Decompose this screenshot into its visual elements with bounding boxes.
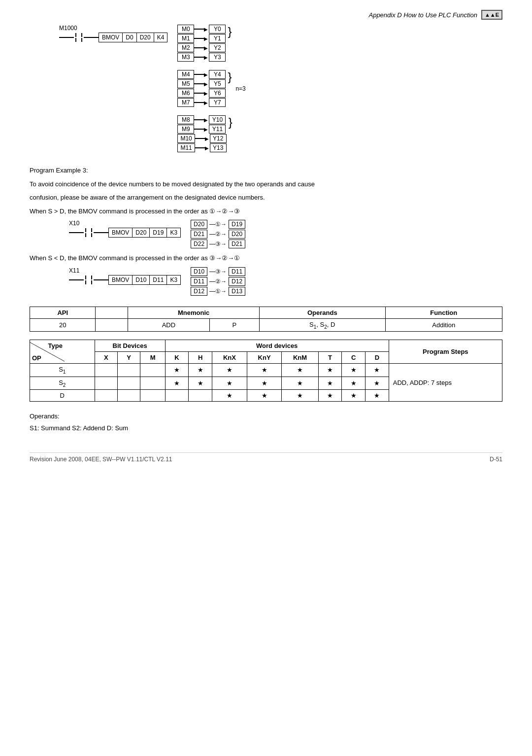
sep-col-header <box>96 307 128 318</box>
case2-rail: BMOV D10 D11 K3 <box>69 275 181 285</box>
program-steps-header: Program Steps <box>389 340 502 364</box>
output-row: M8Y10 <box>177 115 226 124</box>
op-d-label: D <box>30 390 95 402</box>
contact-lines <box>74 33 84 42</box>
d-x <box>95 390 117 402</box>
src-col-1: M4Y4 M5Y5 M6Y6 M7Y7 <box>177 70 226 107</box>
case1-outputs: D20 —①→ D19 D21 —②→ D20 D22 —③→ D21 <box>191 220 245 249</box>
output-row: M7Y7 <box>177 98 226 107</box>
program-example-3: Program Example 3: To avoid coincidence … <box>30 166 502 297</box>
page-footer: Revision June 2008, 04EE, SW--PW V1.11/C… <box>30 452 502 463</box>
s1-c: ★ <box>342 364 366 377</box>
output-group-1: M4Y4 M5Y5 M6Y6 M7Y7 } n=3 <box>177 70 245 107</box>
output-row: M2Y2 <box>177 43 226 52</box>
bit-col-x: X <box>95 352 117 364</box>
d-kny: ★ <box>247 390 282 402</box>
s1-knm: ★ <box>282 364 318 377</box>
program-example-text1: To avoid coincidence of the device numbe… <box>30 179 502 189</box>
case2-text: When S < D, the BMOV command is processe… <box>30 253 502 263</box>
operands-col-header: Operands <box>260 307 386 318</box>
function-value: Addition <box>385 318 502 332</box>
case1-text: When S > D, the BMOV command is processe… <box>30 206 502 216</box>
word-col-d: D <box>366 352 389 364</box>
diagram-section-1: M1000 BMOV D0 D20 K4 <box>30 25 502 157</box>
output-row: M11Y13 <box>177 143 226 152</box>
output-group-0: M0Y0 M1Y1 M2Y2 M3Y3 } <box>177 25 245 62</box>
bit-col-y: Y <box>117 352 140 364</box>
word-col-h: H <box>189 352 212 364</box>
output-row: M0Y0 <box>177 25 226 34</box>
op-row-s1: S1 ★ ★ ★ ★ ★ ★ ★ ★ ADD, ADDP: 7 steps <box>30 364 502 377</box>
output-row: M6Y6 <box>177 89 226 98</box>
output-row: M1Y1 <box>177 34 226 43</box>
case1-contact-label: X10 <box>69 220 79 227</box>
d-k <box>165 390 189 402</box>
word-col-k: K <box>165 352 189 364</box>
case2-contact: X11 BMOV D10 D11 K3 <box>69 267 181 285</box>
api-value: 20 <box>30 318 96 332</box>
output-groups: M0Y0 M1Y1 M2Y2 M3Y3 } M4Y4 M5Y5 M6Y6 M7Y… <box>177 25 245 157</box>
footer-left: Revision June 2008, 04EE, SW--PW V1.11/C… <box>30 456 172 463</box>
api-table-header-row: API Mnemonic Operands Function <box>30 307 502 318</box>
d-knm: ★ <box>282 390 318 402</box>
sub-row: D11 —②→ D12 <box>191 277 245 286</box>
s2-knx: ★ <box>212 377 247 390</box>
case1-diagram: X10 BMOV D20 D19 K3 D20 —①→ D <box>69 220 502 249</box>
case1-rail: BMOV D20 D19 K3 <box>69 228 181 238</box>
program-example-title: Program Example 3: <box>30 166 502 175</box>
d-d: ★ <box>366 390 389 402</box>
s1-kny: ★ <box>247 364 282 377</box>
contact-group: M1000 BMOV D0 D20 K4 <box>59 25 167 42</box>
d-t: ★ <box>318 390 342 402</box>
s1-h: ★ <box>189 364 212 377</box>
s2-knm: ★ <box>282 377 318 390</box>
d-c: ★ <box>342 390 366 402</box>
bit-col-m: M <box>140 352 165 364</box>
instr-cell-2: D20 <box>137 33 154 42</box>
s1-m <box>140 364 165 377</box>
op-label: OP <box>32 354 41 362</box>
rail-right <box>84 37 99 38</box>
n-label: n=3 <box>235 85 245 92</box>
mnemonic-col-header: Mnemonic <box>128 307 260 318</box>
api-table-data-row: 20 ADD P S1, S2, D Addition <box>30 318 502 332</box>
sub-row: D20 —①→ D19 <box>191 220 245 229</box>
function-col-header: Function <box>385 307 502 318</box>
output-row: M9Y11 <box>177 125 226 134</box>
s1-y <box>117 364 140 377</box>
d-h <box>189 390 212 402</box>
s2-h: ★ <box>189 377 212 390</box>
header-title: Appendix D How to Use PLC Function <box>368 11 477 19</box>
s1-x <box>95 364 117 377</box>
rail-left <box>59 37 74 38</box>
src-col-2: M8Y10 M9Y11 M10Y12 M11Y13 <box>177 115 226 153</box>
word-col-kny: KnY <box>247 352 282 364</box>
s2-m <box>140 377 165 390</box>
ladder-diagram-1: M1000 BMOV D0 D20 K4 <box>59 25 502 157</box>
contact-label: M1000 <box>59 25 77 32</box>
s2-c: ★ <box>342 377 366 390</box>
output-row: M4Y4 <box>177 70 226 79</box>
s1-k: ★ <box>165 364 189 377</box>
s1-t: ★ <box>318 364 342 377</box>
word-col-knx: KnX <box>212 352 247 364</box>
instr-cell-0: BMOV <box>99 33 123 42</box>
case2-diagram: X11 BMOV D10 D11 K3 D10 —③→ D <box>69 267 502 297</box>
type-label: Type <box>48 342 63 349</box>
ladder-rail: BMOV D0 D20 K4 <box>59 33 167 42</box>
operands-title: Operands: <box>30 412 502 421</box>
footer-right: D-51 <box>490 456 502 463</box>
case2-outputs: D10 —③→ D11 D11 —②→ D12 D12 —①→ D13 <box>191 267 245 297</box>
bracket-2: } <box>229 115 233 129</box>
op-table-header-row-1: Type OP Bit Devices Word devices Program… <box>30 340 502 352</box>
case2-instr-box: BMOV D10 D11 K3 <box>108 275 181 285</box>
d-m <box>140 390 165 402</box>
header-logo: ▲▲E <box>481 10 502 20</box>
op-s1-label: S1 <box>30 364 95 377</box>
bit-devices-header: Bit Devices <box>95 340 165 352</box>
operands-section: Operands: S1: Summand S2: Addend D: Sum <box>30 412 502 433</box>
s2-kny: ★ <box>247 377 282 390</box>
s2-y <box>117 377 140 390</box>
mnemonic-value: ADD <box>128 318 209 332</box>
pulse-value: P <box>209 318 259 332</box>
